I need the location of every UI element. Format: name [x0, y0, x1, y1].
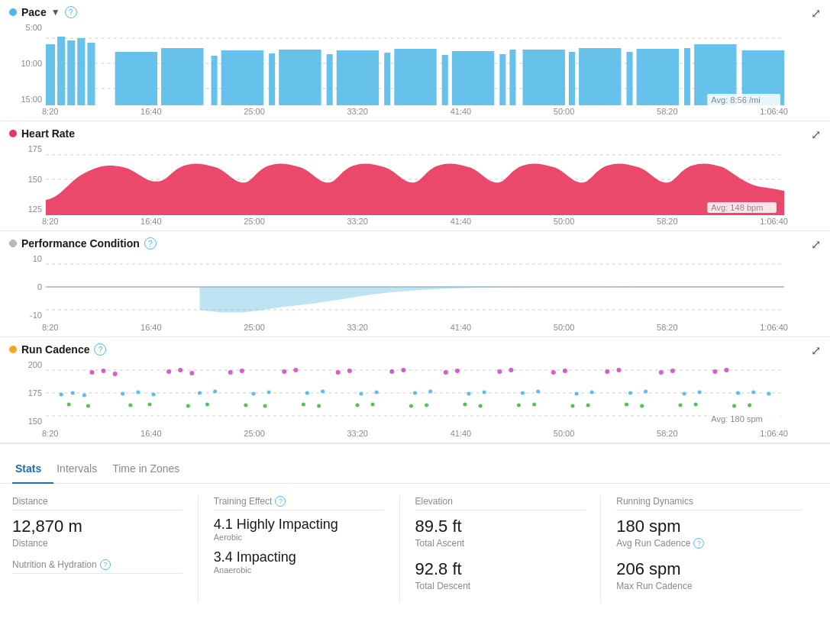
- perf-title: Performance Condition: [21, 237, 140, 250]
- svg-point-81: [359, 392, 363, 396]
- svg-point-120: [678, 404, 682, 407]
- svg-point-108: [355, 404, 359, 407]
- svg-rect-5: [67, 40, 75, 105]
- svg-point-116: [570, 404, 574, 408]
- svg-rect-24: [579, 48, 621, 105]
- svg-point-67: [712, 369, 717, 374]
- cadence-chart-svg: Avg: 180 spm: [46, 359, 784, 427]
- svg-point-66: [670, 369, 675, 373]
- svg-rect-17: [394, 49, 436, 105]
- pace-dot: [9, 8, 17, 16]
- descent-value: 92.8 ft: [415, 559, 586, 579]
- pace-dropdown[interactable]: ▼: [51, 7, 60, 18]
- pace-title: Pace: [21, 6, 47, 18]
- svg-point-75: [198, 391, 202, 395]
- svg-point-47: [178, 368, 182, 372]
- svg-point-119: [640, 404, 644, 408]
- perf-expand-icon[interactable]: ⤢: [811, 237, 821, 252]
- svg-point-80: [321, 390, 325, 394]
- hr-y-axis: 175 150 125: [8, 143, 42, 215]
- nutrition-help-icon[interactable]: ?: [100, 559, 111, 570]
- svg-rect-21: [509, 50, 515, 105]
- svg-point-73: [136, 391, 140, 394]
- svg-point-97: [767, 392, 770, 396]
- cadence-help-icon[interactable]: ?: [94, 343, 106, 356]
- svg-point-121: [694, 403, 698, 407]
- svg-text:Avg: 180 spm: Avg: 180 spm: [711, 414, 762, 423]
- svg-rect-27: [684, 48, 690, 105]
- svg-point-94: [698, 391, 702, 394]
- svg-rect-12: [269, 53, 275, 105]
- svg-point-118: [625, 403, 628, 407]
- svg-point-91: [628, 391, 632, 395]
- avg-cadence-label: Avg Run Cadence ?: [616, 538, 803, 549]
- perf-x-axis: 8:2016:4025:0033:2041:4050:0058:201:06:4…: [0, 321, 830, 336]
- hr-title: Heart Rate: [21, 127, 75, 140]
- svg-rect-18: [442, 55, 448, 105]
- cadence-title: Run Cadence: [21, 343, 89, 356]
- tab-intervals[interactable]: Intervals: [53, 456, 109, 484]
- svg-point-89: [575, 392, 579, 396]
- pace-help-icon[interactable]: ?: [65, 6, 77, 18]
- svg-point-64: [616, 368, 621, 372]
- svg-point-113: [479, 404, 483, 408]
- svg-point-99: [86, 404, 90, 408]
- pace-x-axis: 8:2016:4025:0033:2041:4050:0058:201:06:4…: [0, 105, 830, 121]
- tab-stats[interactable]: Stats: [12, 456, 53, 484]
- performance-chart-section: Performance Condition ? 10 0 -10 8:2016:…: [0, 231, 830, 337]
- stats-grid: Distance 12,870 m Distance Nutrition & H…: [0, 484, 830, 614]
- svg-point-61: [551, 370, 556, 375]
- svg-point-105: [263, 404, 267, 408]
- svg-point-63: [605, 369, 609, 374]
- svg-rect-19: [452, 51, 494, 105]
- pace-chart-svg: Avg: 8:56 /mi: [46, 21, 784, 105]
- svg-rect-15: [337, 50, 379, 105]
- svg-point-112: [463, 403, 467, 407]
- svg-point-83: [413, 391, 417, 395]
- svg-point-86: [483, 391, 486, 394]
- svg-rect-10: [212, 56, 218, 105]
- perf-chart-svg: [46, 253, 784, 321]
- aerobic-label: Aerobic: [214, 533, 384, 542]
- avg-cadence-value: 180 spm: [616, 517, 803, 536]
- svg-point-48: [189, 371, 194, 375]
- svg-rect-25: [627, 52, 633, 105]
- svg-point-90: [590, 391, 594, 394]
- svg-point-78: [267, 391, 271, 394]
- elevation-col: Elevation 89.5 ft Total Ascent 92.8 ft T…: [415, 496, 602, 602]
- tab-time-in-zones[interactable]: Time in Zones: [109, 456, 192, 484]
- elevation-section-label: Elevation: [415, 496, 586, 510]
- cadence-help-icon-stat[interactable]: ?: [693, 538, 704, 549]
- perf-help-icon[interactable]: ?: [144, 237, 157, 250]
- cadence-expand-icon[interactable]: ⤢: [811, 343, 821, 358]
- svg-point-82: [375, 391, 379, 394]
- svg-point-50: [240, 369, 244, 373]
- training-effect-help-icon[interactable]: ?: [275, 496, 286, 507]
- svg-rect-11: [221, 50, 263, 105]
- svg-point-56: [401, 368, 405, 372]
- svg-point-53: [336, 370, 341, 375]
- hr-chart-svg: Avg: 148 bpm: [46, 143, 784, 215]
- svg-point-59: [497, 369, 502, 374]
- nutrition-section-label: Nutrition & Hydration ?: [12, 559, 182, 574]
- svg-point-115: [532, 403, 536, 407]
- max-cadence-value: 206 spm: [616, 559, 803, 579]
- svg-point-88: [536, 390, 540, 394]
- svg-point-96: [751, 391, 755, 394]
- svg-point-57: [444, 370, 448, 375]
- svg-point-72: [121, 392, 124, 396]
- hr-expand-icon[interactable]: ⤢: [811, 127, 821, 142]
- svg-rect-16: [384, 53, 390, 105]
- svg-point-85: [467, 392, 470, 396]
- svg-point-93: [683, 392, 686, 396]
- svg-rect-3: [46, 44, 55, 105]
- svg-point-76: [213, 390, 217, 394]
- perf-y-axis: 10 0 -10: [8, 253, 42, 321]
- distance-value: 12,870 m: [12, 517, 182, 536]
- svg-point-84: [428, 390, 432, 394]
- svg-point-43: [89, 370, 94, 375]
- pace-chart-section: Pace ▼ ? 5:00 10:00 15:00: [0, 0, 830, 121]
- pace-expand-icon[interactable]: ⤢: [811, 6, 821, 21]
- svg-point-106: [302, 403, 305, 407]
- svg-point-102: [186, 404, 190, 408]
